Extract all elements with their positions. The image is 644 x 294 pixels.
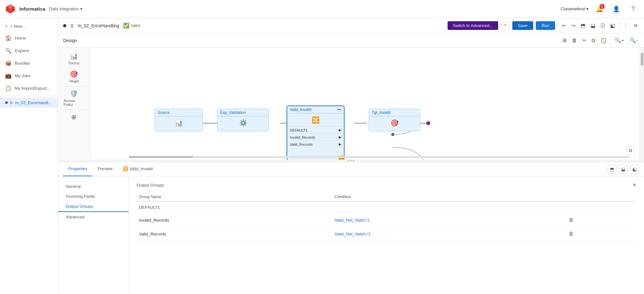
- table-row: Invalid_Records Valid_Not_Valid='1' 🗑: [137, 213, 636, 227]
- tab-router-icon: 🔀: [123, 166, 128, 171]
- tab-valid-invalid[interactable]: 🔀 Valid_Invalid: [118, 162, 158, 176]
- horizontal-scrollbar[interactable]: [129, 156, 630, 158]
- default1-actions: [565, 201, 636, 213]
- props-nav-incoming-fields[interactable]: Incoming Fields: [58, 191, 128, 201]
- tab-properties[interactable]: Properties: [63, 162, 92, 176]
- account-selector[interactable]: Classmethod ▾: [561, 6, 589, 11]
- new-button[interactable]: + + New...: [0, 21, 58, 32]
- settings-button[interactable]: ⬕: [609, 21, 616, 30]
- table-header-row: Group Name Condition: [137, 193, 636, 201]
- close-mapping-button[interactable]: ✕: [632, 21, 639, 30]
- properties-content: General Incoming Fields Output Groups Ad…: [58, 176, 644, 294]
- redo-button[interactable]: ↪: [570, 21, 577, 30]
- sidebar-item-home[interactable]: 🏠 Home: [0, 32, 58, 44]
- notification-badge: 1: [600, 4, 605, 9]
- canvas-wrapper: 📊 Source 🎯 Target 🛡️ Access Policy ⊕: [58, 48, 644, 160]
- valid-invalid-node[interactable]: Valid_Invalid ••• 🔀 DEFAULT1 ▶ Invalid_R…: [287, 106, 345, 160]
- palette-more[interactable]: ⊕: [61, 111, 87, 123]
- sidebar-item-my-jobs[interactable]: 💼 My Jobs: [0, 69, 58, 82]
- design-area: Design ⊞ 🗑 ✂ ⧉ 📋 🔍+ 🔍- 📊 Sou: [58, 33, 644, 159]
- sidebar-item-explore[interactable]: 🔍 Explore: [0, 44, 58, 57]
- mapping-name: m_02_ErrorHandling: [78, 23, 119, 28]
- palette-source[interactable]: 📊 Source: [61, 50, 87, 67]
- delete-valid-records-button[interactable]: 🗑: [567, 230, 575, 237]
- minimap-button[interactable]: ⊡: [627, 147, 634, 154]
- output-groups-header: Output Groups +: [137, 181, 636, 189]
- flow-canvas[interactable]: Source 📊 Exp_Validation ⚙️ Valid_Invalid…: [90, 48, 639, 160]
- layout-buttons: ⬒ ⬓ ⬕: [608, 165, 639, 173]
- add-output-group-button[interactable]: +: [632, 181, 636, 189]
- mapping-help-button[interactable]: ?: [501, 21, 510, 30]
- import-button[interactable]: ⬒: [579, 21, 587, 30]
- col-group-name: Group Name: [137, 193, 332, 201]
- properties-tabs: Properties Preview 🔀 Valid_Invalid ⬒ ⬓ ⬕: [58, 162, 644, 176]
- delete-node-button[interactable]: 🗑: [571, 36, 578, 45]
- sidebar-active-mapping[interactable]: ⧖ m_02_ErrorHandl...: [0, 97, 58, 108]
- tgt-invalid-icon: 🎯: [369, 116, 420, 129]
- design-toolbar: Design ⊞ 🗑 ✂ ⧉ 📋 🔍+ 🔍-: [58, 33, 644, 48]
- valid-check-icon: ✅: [123, 23, 129, 29]
- grid-view-button[interactable]: ⊞: [561, 36, 568, 45]
- exp-validation-label: Exp_Validation: [218, 109, 269, 116]
- save-button[interactable]: Save: [512, 21, 534, 30]
- svg-point-10: [426, 121, 430, 125]
- access-policy-icon: 🛡️: [70, 90, 78, 97]
- props-nav-general[interactable]: General: [58, 181, 128, 191]
- valid-records-condition[interactable]: Valid_Not_Valid!='1': [332, 227, 565, 241]
- nav-right-area: Classmethod ▾ 🔔 1 👤 ?: [561, 3, 639, 15]
- import-export-icon: 📋: [5, 85, 12, 91]
- source-node-icon: 📊: [155, 116, 203, 129]
- zoom-out-button[interactable]: 🔍-: [628, 36, 639, 45]
- vertical-scrollbar[interactable]: [639, 48, 644, 160]
- export-button[interactable]: ⬓: [589, 21, 597, 30]
- mapping-status-dot: [63, 24, 66, 27]
- tab-preview[interactable]: Preview: [92, 162, 118, 176]
- bundles-icon: 📦: [5, 60, 12, 66]
- product-name: Data Integration ▾: [49, 6, 83, 11]
- help-button[interactable]: ?: [627, 3, 639, 15]
- notifications-button[interactable]: 🔔 1: [594, 3, 605, 15]
- exp-validation-node[interactable]: Exp_Validation ⚙️: [217, 109, 269, 131]
- zoom-in-button[interactable]: 🔍+: [613, 36, 625, 45]
- invalid-records-condition[interactable]: Valid_Not_Valid='1': [332, 213, 565, 227]
- account-chevron-icon: ▾: [586, 6, 589, 11]
- tgt-invalid-node[interactable]: Tgt_Invalid 🎯: [369, 109, 420, 131]
- tools-sep: [611, 37, 611, 44]
- source-node[interactable]: Source 📊: [155, 109, 203, 131]
- cut-button[interactable]: ✂: [581, 36, 588, 45]
- more-options-button[interactable]: ⋮: [622, 21, 630, 30]
- palette-target[interactable]: 🎯 Target: [61, 68, 87, 85]
- sidebar: + + New... 🏠 Home 🔍 Explore 📦 Bundles 💼 …: [0, 18, 58, 294]
- delete-invalid-records-button[interactable]: 🗑: [567, 216, 575, 224]
- validate-button[interactable]: ☑: [599, 21, 606, 30]
- undo-button[interactable]: ↩: [561, 21, 567, 30]
- props-nav-advanced[interactable]: Advanced: [58, 212, 128, 222]
- valid-records-port: Valid_Records ▶: [287, 141, 344, 148]
- paste-button[interactable]: 📋: [599, 36, 608, 45]
- props-nav-output-groups[interactable]: Output Groups: [58, 201, 128, 212]
- brand-area: Informatica Data Integration ▾: [5, 4, 82, 14]
- tgt-invalid-label: Tgt_Invalid: [369, 109, 420, 116]
- expand-layout-button[interactable]: ⬒: [608, 165, 616, 173]
- user-profile-button[interactable]: 👤: [611, 3, 622, 15]
- palette-access-policy[interactable]: 🛡️ Access Policy: [61, 88, 87, 108]
- fullscreen-layout-button[interactable]: ⬕: [630, 165, 639, 173]
- switch-to-advanced-button[interactable]: Switch to Advanced...: [448, 21, 498, 30]
- sidebar-item-bundles[interactable]: 📦 Bundles: [0, 57, 58, 69]
- valid-badge: ✅ Valid: [123, 23, 140, 29]
- properties-nav: General Incoming Fields Output Groups Ad…: [58, 176, 129, 294]
- sidebar-item-import-export[interactable]: 📋 My Import/Export...: [0, 82, 58, 95]
- chevron-down-icon[interactable]: ▾: [80, 6, 82, 11]
- output-groups-table: Group Name Condition DEFAULT1: [137, 193, 636, 241]
- flow-connections-svg: [90, 48, 639, 160]
- properties-main-content: Output Groups + Group Name Condition: [129, 176, 644, 294]
- valid-invalid-label: Valid_Invalid •••: [287, 106, 344, 114]
- collapse-layout-button[interactable]: ⬓: [619, 165, 628, 173]
- svg-point-8: [391, 133, 394, 136]
- mapping-header: ⧖ m_02_ErrorHandling ✅ Valid Switch to A…: [58, 18, 644, 33]
- more-options-icon[interactable]: •••: [337, 107, 341, 112]
- run-button[interactable]: Run: [536, 21, 555, 30]
- toolbar-separator: [558, 22, 558, 30]
- plus-icon: +: [5, 24, 8, 29]
- copy-button[interactable]: ⧉: [590, 36, 596, 45]
